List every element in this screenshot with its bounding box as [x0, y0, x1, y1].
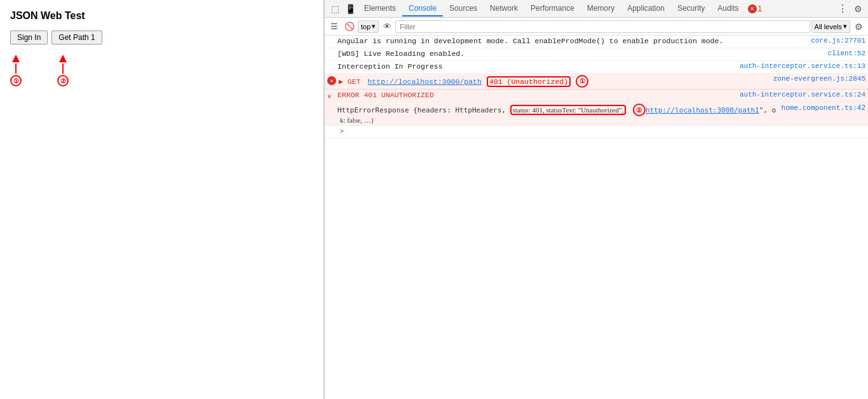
error-badge: ✕ 1 [748, 4, 763, 13]
circle-label-2: ② [57, 75, 69, 86]
button-row: Sign In Get Path 1 [10, 30, 313, 44]
console-line-interception: Interception In Progress auth-intercepto… [325, 61, 868, 74]
inspect-icon[interactable]: ⬚ [327, 1, 342, 17]
tab-console[interactable]: Console [402, 1, 443, 17]
devtools-panel: ⬚ 📱 Elements Console Sources Network Per… [324, 0, 868, 399]
console-output: Angular is running in development mode. … [325, 36, 868, 399]
status-highlight: status: 401, statusText: "Unauthorized", [510, 105, 627, 115]
source-link-get[interactable]: zone-evergreen.js:2845 [773, 75, 865, 83]
annotation-group: ① ② [10, 55, 313, 86]
http-error-ok: k: false, …} [327, 116, 374, 124]
tab-audits[interactable]: Audits [711, 1, 745, 17]
device-toolbar-icon[interactable]: 📱 [342, 1, 358, 17]
arrow-line-2 [62, 64, 64, 74]
left-panel: JSON Web Test Sign In Get Path 1 ① ② [0, 0, 324, 399]
devtools-topbar: ⬚ 📱 Elements Console Sources Network Per… [325, 0, 868, 18]
tab-security[interactable]: Security [671, 1, 711, 17]
error-icon-get: ✕ [327, 76, 336, 85]
levels-selector[interactable]: All levels ▾ [811, 20, 850, 33]
annotation-circle-1: ① [576, 75, 588, 88]
arrow-up-1 [12, 55, 20, 62]
line-text-wds: [WDS] Live Reloading enabled. [337, 50, 823, 58]
line-text-error-401: ERROR 401 UNAUTHORIZED [337, 91, 735, 99]
settings-icon[interactable]: ⚙ [850, 1, 865, 17]
console-sidebar-toggle[interactable]: ☰ [327, 20, 341, 34]
tab-memory[interactable]: Memory [581, 1, 621, 17]
levels-dropdown-icon: ▾ [843, 22, 847, 30]
get-path-button[interactable]: Get Path 1 [51, 30, 102, 44]
tab-elements[interactable]: Elements [358, 1, 402, 17]
expand-arrow[interactable]: > [337, 127, 346, 137]
tab-network[interactable]: Network [484, 1, 524, 17]
annotation-circle-2: ② [633, 104, 646, 116]
get-url-link[interactable]: http://localhost:3000/path [367, 78, 481, 86]
get-content: ▶ GET http://localhost:3000/path 401 (Un… [339, 75, 768, 88]
levels-value: All levels [815, 23, 842, 30]
more-options-icon[interactable]: ⋮ [835, 1, 850, 17]
context-selector[interactable]: top ▾ [358, 20, 379, 33]
console-line-wds: [WDS] Live Reloading enabled. client:52 [325, 48, 868, 61]
circle-label-1: ① [10, 75, 22, 86]
source-link-home[interactable]: home.component.ts:42 [782, 104, 865, 112]
source-link-angular[interactable]: core.js:27701 [811, 37, 865, 44]
http-error-prefix: HttpErrorResponse {headers: HttpHeaders, [337, 106, 510, 114]
console-toolbar: ☰ 🚫 top ▾ 👁 All levels ▾ ⚙ [325, 18, 868, 36]
console-line-angular: Angular is running in development mode. … [325, 36, 868, 48]
arrow-up-2 [59, 55, 67, 62]
filter-input[interactable] [395, 20, 810, 33]
console-line-error-401: ✕ ERROR 401 UNAUTHORIZED auth-intercepto… [325, 90, 868, 102]
console-line-http-error: home.component.ts:42 HttpErrorResponse {… [325, 102, 868, 126]
source-link-wds[interactable]: client:52 [828, 50, 865, 57]
error-count: 1 [758, 4, 763, 13]
line-text-angular: Angular is running in development mode. … [337, 37, 806, 45]
context-dropdown-icon: ▾ [372, 22, 376, 30]
console-settings-icon[interactable]: ⚙ [851, 20, 865, 34]
console-line-expand: > [325, 126, 868, 139]
arrow-line-1 [15, 64, 17, 74]
status-badge-401: 401 (Unauthorized) [487, 76, 571, 87]
error-icon-401: ✕ [327, 92, 337, 100]
line-text-interception: Interception In Progress [337, 62, 735, 71]
tab-application[interactable]: Application [621, 1, 671, 17]
eye-icon[interactable]: 👁 [380, 20, 394, 34]
console-line-get-error: ✕ ▶ GET http://localhost:3000/path 401 (… [325, 74, 868, 90]
tab-performance[interactable]: Performance [524, 1, 581, 17]
http-error-suffix: ", o [759, 106, 776, 114]
clear-console-button[interactable]: 🚫 [342, 20, 356, 34]
sign-in-button[interactable]: Sign In [10, 30, 48, 44]
context-value: top [361, 23, 370, 30]
annotation-2: ② [57, 55, 69, 86]
error-count-circle: ✕ [748, 4, 757, 13]
tab-sources[interactable]: Sources [443, 1, 484, 17]
annotation-1: ① [10, 55, 22, 86]
source-link-error-401[interactable]: auth-interceptor.service.ts:24 [740, 91, 865, 98]
app-title: JSON Web Test [10, 10, 313, 22]
get-verb: ▶ GET [339, 77, 365, 86]
http-error-url-link[interactable]: http://localhost:3000/path1 [646, 106, 759, 114]
http-error-url: ② [626, 106, 646, 114]
source-link-interception[interactable]: auth-interceptor.service.ts:13 [740, 62, 865, 70]
